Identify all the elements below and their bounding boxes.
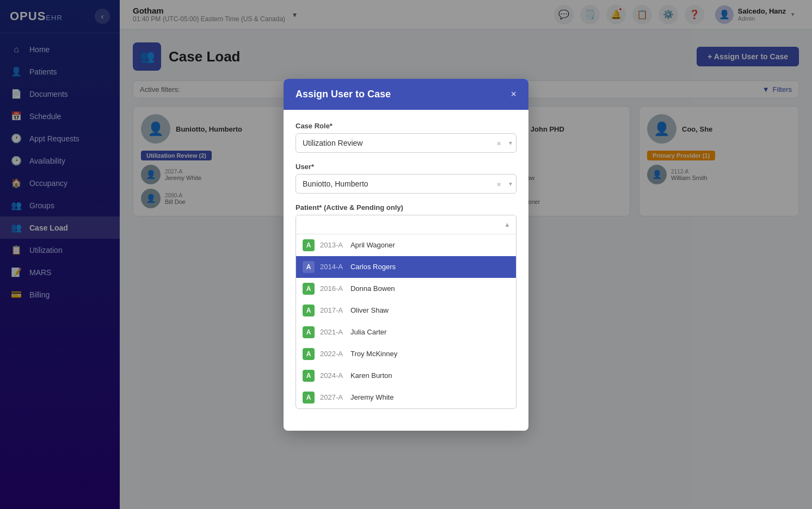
user-label: User* — [296, 163, 516, 171]
patient-id: 2022-A — [320, 350, 343, 358]
patient-name-option: April Wagoner — [350, 241, 395, 249]
modal-header: Assign User to Case × — [284, 79, 528, 110]
patient-badge: A — [303, 348, 315, 360]
modal-overlay[interactable]: Assign User to Case × Case Role* Utiliza… — [0, 0, 812, 509]
patient-name-option: Julia Carter — [350, 328, 386, 336]
case-role-label: Case Role* — [296, 122, 516, 130]
patient-list-item[interactable]: A 2027-A Jeremy White — [296, 387, 516, 408]
user-clear[interactable]: × — [496, 179, 501, 188]
patient-badge: A — [303, 392, 315, 404]
patient-name-option: Karen Burton — [350, 371, 392, 380]
user-value: Buniotto, Humberto — [303, 179, 368, 188]
case-role-clear[interactable]: × — [496, 138, 501, 147]
patient-badge: A — [303, 370, 315, 382]
patient-group: Patient* (Active & Pending only) ▲ A 201… — [296, 203, 516, 409]
patient-caret-up: ▲ — [504, 221, 510, 228]
patient-id: 2014-A — [320, 263, 343, 271]
patient-dropdown: ▲ A 2013-A April Wagoner A 2014-A Carlos… — [296, 215, 516, 409]
modal-title: Assign User to Case — [296, 89, 391, 100]
patient-badge: A — [303, 283, 315, 295]
patient-id: 2017-A — [320, 306, 343, 314]
modal-close-button[interactable]: × — [510, 89, 516, 100]
patient-badge: A — [303, 305, 315, 316]
patient-list-item[interactable]: A 2024-A Karen Burton — [296, 365, 516, 387]
modal-body: Case Role* Utilization Review × ▾ User* — [284, 110, 528, 431]
user-select[interactable]: Buniotto, Humberto × ▾ — [296, 174, 516, 194]
user-group: User* Buniotto, Humberto × ▾ — [296, 163, 516, 194]
patient-name-option: Carlos Rogers — [350, 263, 396, 271]
patient-id: 2013-A — [320, 241, 343, 249]
case-role-group: Case Role* Utilization Review × ▾ — [296, 122, 516, 153]
patient-id: 2021-A — [320, 328, 343, 336]
patient-name-option: Oliver Shaw — [350, 306, 389, 314]
case-role-select-wrapper: Utilization Review × ▾ — [296, 133, 516, 153]
case-role-value: Utilization Review — [303, 139, 362, 147]
patient-list-item[interactable]: A 2022-A Troy McKinney — [296, 343, 516, 365]
patient-badge: A — [303, 326, 315, 338]
patient-search-row: ▲ — [296, 215, 516, 234]
patient-id: 2024-A — [320, 371, 343, 380]
patient-badge: A — [303, 261, 315, 273]
patient-id: 2016-A — [320, 284, 343, 293]
assign-user-modal: Assign User to Case × Case Role* Utiliza… — [284, 79, 528, 431]
patient-list: A 2013-A April Wagoner A 2014-A Carlos R… — [296, 234, 516, 408]
case-role-select[interactable]: Utilization Review × ▾ — [296, 133, 516, 153]
patient-list-item[interactable]: A 2017-A Oliver Shaw — [296, 300, 516, 321]
user-caret: ▾ — [509, 180, 512, 188]
patient-search-input[interactable] — [296, 215, 516, 234]
patient-list-item[interactable]: A 2021-A Julia Carter — [296, 321, 516, 343]
patient-name-option: Troy McKinney — [350, 350, 397, 358]
patient-name-option: Jeremy White — [350, 393, 393, 401]
user-select-wrapper: Buniotto, Humberto × ▾ — [296, 174, 516, 194]
case-role-caret: ▾ — [509, 139, 512, 147]
patient-name-option: Donna Bowen — [350, 284, 395, 293]
patient-list-item[interactable]: A 2014-A Carlos Rogers — [296, 256, 516, 278]
patient-badge: A — [303, 239, 315, 251]
patient-list-item[interactable]: A 2013-A April Wagoner — [296, 234, 516, 256]
patient-id: 2027-A — [320, 393, 343, 401]
patient-list-item[interactable]: A 2016-A Donna Bowen — [296, 278, 516, 300]
patient-label: Patient* (Active & Pending only) — [296, 203, 516, 212]
